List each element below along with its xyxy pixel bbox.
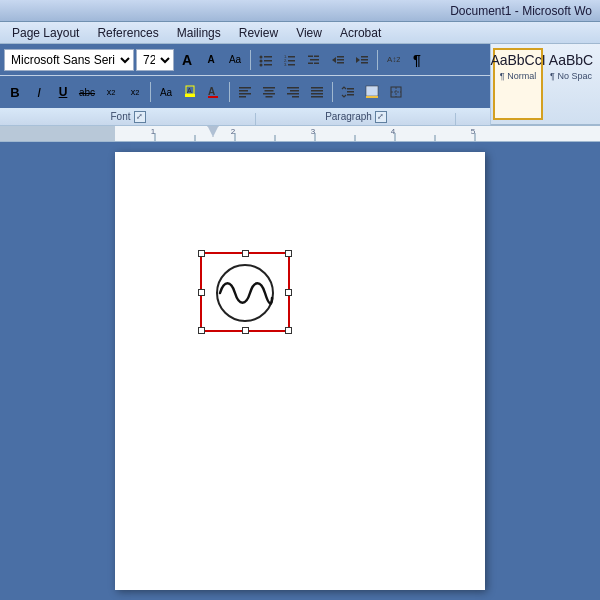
show-marks-button[interactable]: ¶ [406,49,428,71]
menu-review[interactable]: Review [231,24,286,42]
style-nospace-preview: AaBbC [549,52,593,69]
resize-handle-bottom-middle[interactable] [242,327,249,334]
numbering-button[interactable]: 1.2.3. [279,49,301,71]
separator4 [229,82,230,102]
app-container: Document1 - Microsoft Wo Page Layout Ref… [0,0,600,600]
svg-rect-52 [366,96,378,98]
svg-rect-7 [288,56,295,58]
change-case-btn2[interactable]: Aa [155,81,177,103]
svg-rect-23 [361,56,368,58]
svg-rect-15 [314,55,319,57]
style-normal-preview: AaBbCcI [490,52,545,69]
svg-text:A: A [187,87,192,94]
resize-handle-top-right[interactable] [285,250,292,257]
content-area [0,142,600,600]
resize-handle-bottom-left[interactable] [198,327,205,334]
menu-acrobat[interactable]: Acrobat [332,24,389,42]
svg-text:1: 1 [151,127,156,136]
svg-rect-20 [337,59,344,61]
paragraph-expand-button[interactable]: ⤢ [375,111,387,123]
menu-bar: Page Layout References Mailings Review V… [0,22,600,44]
svg-rect-28 [185,94,195,97]
style-normal-label: ¶ Normal [500,71,536,81]
svg-rect-1 [264,56,272,58]
font-expand-button[interactable]: ⤢ [134,111,146,123]
svg-text:A↕Z: A↕Z [387,55,400,64]
increase-indent-button[interactable] [351,49,373,71]
justify-button[interactable] [306,81,328,103]
line-spacing-button[interactable] [337,81,359,103]
separator1 [250,50,251,70]
resize-handle-top-middle[interactable] [242,250,249,257]
decrease-indent-button[interactable] [327,49,349,71]
selected-image[interactable] [200,252,290,332]
font-name-select[interactable]: Microsoft Sans Serif [4,49,134,71]
svg-rect-9 [288,60,295,62]
text-highlight-button[interactable]: A [179,81,201,103]
document-page[interactable] [115,152,485,590]
align-right-button[interactable] [282,81,304,103]
title-text: Document1 - Microsoft Wo [450,4,592,18]
resize-handle-top-left[interactable] [198,250,205,257]
svg-rect-24 [361,59,368,61]
svg-rect-39 [266,96,273,98]
svg-rect-51 [366,86,378,96]
strikethrough-button[interactable]: abc [76,81,98,103]
italic-button[interactable]: I [28,81,50,103]
shrink-font-button[interactable]: A [200,49,222,71]
change-case-button[interactable]: Aa [224,49,246,71]
svg-rect-40 [287,87,299,89]
ruler-white: 1 2 3 4 5 [115,126,600,141]
svg-point-0 [260,55,263,58]
style-nospace-button[interactable]: AaBbC ¶ No Spac [546,48,596,120]
borders-button[interactable] [385,81,407,103]
sort-button[interactable]: A↕Z [382,49,404,71]
grow-font-button[interactable]: A [176,49,198,71]
menu-view[interactable]: View [288,24,330,42]
align-center-button[interactable] [258,81,280,103]
svg-text:A: A [208,86,215,97]
svg-point-2 [260,59,263,62]
svg-text:2: 2 [231,127,236,136]
font-color-button[interactable]: A [203,81,225,103]
ruler-inner: 1 2 3 4 5 [0,126,600,141]
svg-rect-32 [239,87,251,89]
superscript-button[interactable]: x2 [124,81,146,103]
shading-button[interactable] [361,81,383,103]
bullets-button[interactable] [255,49,277,71]
resize-handle-bottom-right[interactable] [285,327,292,334]
svg-rect-48 [347,88,354,90]
resize-handle-middle-left[interactable] [198,289,205,296]
svg-rect-12 [308,55,313,57]
font-size-select[interactable]: 72 [136,49,174,71]
svg-rect-19 [337,56,344,58]
svg-rect-14 [308,62,313,64]
svg-text:5: 5 [471,127,476,136]
font-group-label: Font ⤢ [0,111,256,123]
sine-wave-image [210,260,280,325]
svg-rect-34 [239,93,251,95]
underline-button[interactable]: U [52,81,74,103]
bold-button[interactable]: B [4,81,26,103]
svg-rect-45 [311,90,323,92]
svg-rect-46 [311,93,323,95]
menu-page-layout[interactable]: Page Layout [4,24,87,42]
subscript-button[interactable]: x2 [100,81,122,103]
title-bar: Document1 - Microsoft Wo [0,0,600,22]
svg-rect-36 [263,87,275,89]
style-normal-button[interactable]: AaBbCcI ¶ Normal [493,48,543,120]
svg-rect-11 [288,64,295,66]
resize-handle-middle-right[interactable] [285,289,292,296]
svg-rect-33 [239,90,248,92]
svg-rect-50 [347,94,354,96]
svg-rect-37 [265,90,274,92]
menu-references[interactable]: References [89,24,166,42]
multilevel-list-button[interactable] [303,49,325,71]
svg-rect-43 [292,96,299,98]
svg-rect-31 [208,96,218,98]
svg-rect-47 [311,96,323,98]
menu-mailings[interactable]: Mailings [169,24,229,42]
toolbar-row2: B I U abc x2 x2 Aa A A [0,76,490,108]
align-left-button[interactable] [234,81,256,103]
svg-marker-18 [332,57,336,63]
